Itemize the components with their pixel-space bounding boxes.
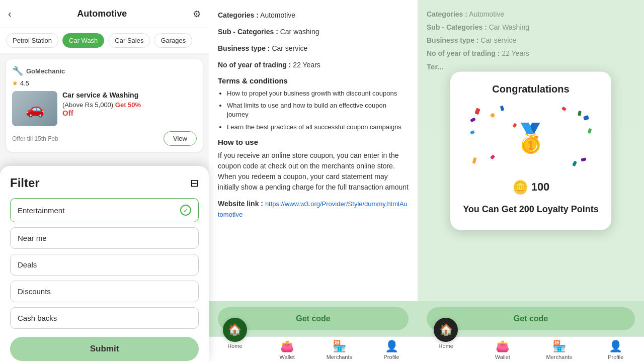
panel-congratulations: Categories : Automotive Sub - Categories…: [418, 0, 644, 362]
card-image: 🚗: [12, 91, 57, 126]
filter-settings-icon[interactable]: ⊟: [190, 177, 199, 189]
how-to-use-text: If you receive an online store coupon, y…: [218, 150, 409, 193]
tab-petrol-station[interactable]: Petrol Station: [6, 33, 58, 48]
confetti-8: [472, 157, 477, 163]
congrats-title: Congratulations: [492, 83, 569, 95]
coin-icon: 🪙: [512, 179, 528, 195]
card-title: Car service & Washing: [62, 91, 197, 99]
confetti-1: [474, 108, 480, 115]
back-button[interactable]: ‹: [8, 8, 12, 20]
filter-overlay: Filter ⊟ Entertainment ✓ Near me Deals D…: [0, 166, 209, 362]
nav-profile-3[interactable]: 👤 Profile: [588, 340, 645, 360]
get-code-button-3[interactable]: Get code: [427, 307, 635, 330]
brand-icon: 🔧: [12, 65, 23, 76]
detail-content: Categories : Automotive Sub - Categories…: [209, 0, 418, 301]
confetti-13: [470, 130, 475, 134]
filter-option-discounts[interactable]: Discounts: [10, 281, 199, 302]
nav-profile[interactable]: 👤 Profile: [365, 340, 418, 360]
merchants-icon-3: 🏪: [552, 340, 566, 353]
website-row: Website link : https://www.w3.org/Provid…: [218, 199, 409, 220]
trading-years-row: No of year of trading : 22 Years: [218, 60, 409, 70]
confetti-10: [572, 160, 577, 166]
price-above: Above Rs 5,000: [64, 101, 111, 109]
star-icon: ★: [12, 79, 18, 87]
view-button[interactable]: View: [164, 131, 197, 146]
how-to-use-title: How to use: [218, 138, 409, 146]
merchants-icon: 🏪: [333, 340, 346, 353]
discount-text: Get 50%: [115, 101, 141, 109]
term-2: What limits to use and how to build an e…: [227, 101, 409, 119]
filter-title: Filter: [10, 176, 40, 190]
confetti-6: [561, 106, 567, 111]
confetti-5: [578, 110, 582, 116]
wallet-icon: 👛: [280, 340, 294, 353]
submit-button[interactable]: Submit: [10, 337, 199, 361]
nav-merchants[interactable]: 🏪 Merchants: [313, 340, 366, 360]
nav-merchants-3[interactable]: 🏪 Merchants: [531, 340, 588, 360]
coins-value: 100: [531, 180, 550, 194]
filter-option-deals[interactable]: Deals: [10, 254, 199, 276]
terms-list: How to propel your business growth with …: [218, 89, 409, 132]
filter-icon[interactable]: ⚙: [193, 9, 201, 20]
filter-option-cashbacks[interactable]: Cash backs: [10, 307, 199, 329]
profile-icon-3: 👤: [609, 340, 622, 353]
card-content: 🚗 Car service & Washing (Above Rs 5,000)…: [12, 91, 197, 126]
panel-detail: Categories : Automotive Sub - Categories…: [209, 0, 418, 362]
tab-garages[interactable]: Garages: [154, 33, 192, 48]
sub-categories-row: Sub - Categories : Car washing: [218, 27, 409, 37]
automotive-header: ‹ Automotive ⚙: [0, 0, 209, 28]
offer-row: Offer till 15th Feb View: [12, 131, 197, 146]
filter-option-entertainment[interactable]: Entertainment ✓: [10, 198, 199, 222]
business-type-row: Business type : Car service: [218, 43, 409, 54]
confetti-7: [583, 115, 589, 120]
check-icon: ✓: [180, 205, 191, 216]
nav-wallet-3[interactable]: 👛 Wallet: [474, 340, 531, 360]
filter-options: Entertainment ✓ Near me Deals Discounts …: [10, 198, 199, 329]
categories-row: Categories : Automotive: [218, 10, 409, 21]
congratulations-modal: Congratulations 🥇: [450, 71, 611, 230]
category-tabs: Petrol Station Car Wash Car Sales Garage…: [0, 28, 209, 53]
card-area: 🔧 GoMechanic ★ 4.5 🚗 Car service & Washi…: [0, 53, 209, 158]
terms-title: Terms & conditions: [218, 76, 409, 85]
loyalty-text: You Can Get 200 Loyalty Points: [463, 203, 599, 216]
confetti-11: [581, 157, 586, 161]
nav-home[interactable]: 🏠 Home: [209, 330, 261, 360]
card-price: (Above Rs 5,000) Get 50%: [62, 101, 197, 109]
bottom-nav-3: 🏠 Home 👛 Wallet 🏪 Merchants 👤 Profile: [418, 336, 644, 362]
profile-icon: 👤: [385, 340, 398, 353]
tab-car-sales[interactable]: Car Sales: [108, 33, 150, 48]
term-1: How to propel your business growth with …: [227, 89, 409, 98]
nav-home-3[interactable]: 🏠 Home: [418, 330, 474, 360]
confetti-area: 🥇: [460, 103, 601, 173]
page-title: Automotive: [77, 9, 127, 19]
confetti-9: [490, 154, 495, 159]
confetti-4: [470, 117, 476, 122]
coins-row: 🪙 100: [512, 179, 550, 195]
tab-car-wash[interactable]: Car Wash: [62, 33, 104, 48]
service-card: 🔧 GoMechanic ★ 4.5 🚗 Car service & Washi…: [6, 59, 203, 152]
rating-row: ★ 4.5: [12, 79, 197, 87]
card-brand: 🔧 GoMechanic: [12, 65, 197, 76]
confetti-14: [587, 128, 592, 133]
term-3: Learn the best practices of all successf…: [227, 123, 409, 132]
medal-icon: 🥇: [513, 122, 548, 155]
home-icon: 🏠: [223, 318, 247, 342]
home-icon-3: 🏠: [434, 318, 458, 342]
off-label: Off: [62, 109, 197, 117]
panel3-background: Categories : Automotive Sub - Categories…: [418, 0, 644, 301]
filter-header: Filter ⊟: [10, 176, 199, 190]
bottom-nav: 🏠 Home 👛 Wallet 🏪 Merchants 👤 Profile: [209, 336, 418, 362]
offer-date: Offer till 15th Feb: [12, 135, 58, 142]
confetti-3: [490, 112, 495, 118]
wallet-icon-3: 👛: [496, 340, 509, 353]
confetti-2: [500, 105, 504, 111]
card-info: Car service & Washing (Above Rs 5,000) G…: [62, 91, 197, 126]
brand-name: GoMechanic: [26, 67, 65, 75]
filter-option-nearme[interactable]: Near me: [10, 227, 199, 249]
nav-wallet[interactable]: 👛 Wallet: [261, 340, 313, 360]
rating-value: 4.5: [20, 79, 29, 87]
panel-automotive-list: ‹ Automotive ⚙ Petrol Station Car Wash C…: [0, 0, 209, 362]
